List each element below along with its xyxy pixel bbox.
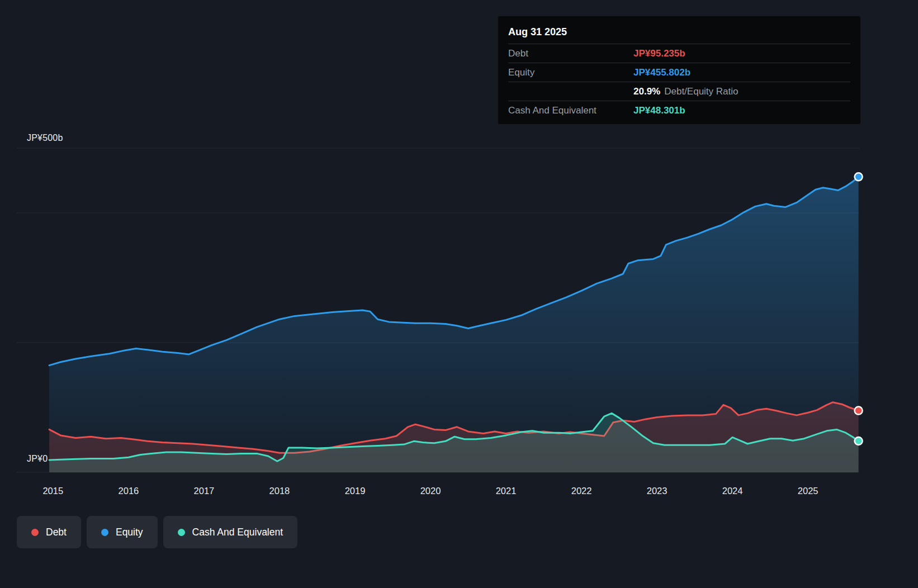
legend-equity-label: Equity [116,527,143,538]
legend-item-cash[interactable]: Cash And Equivalent [163,516,297,548]
tooltip-date: Aug 31 2025 [508,22,850,44]
equity-end-marker [855,173,863,181]
x-tick-2017: 2017 [194,486,215,496]
cash-end-marker [855,437,863,445]
tooltip-cash-label: Cash And Equivalent [508,105,633,116]
x-tick-2018: 2018 [269,486,290,496]
tooltip-ratio-value: 20.9% [633,86,660,97]
legend-item-equity[interactable]: Equity [87,516,158,548]
tooltip-row-cash: Cash And Equivalent JP¥48.301b [508,101,850,120]
x-tick-2025: 2025 [798,486,818,496]
x-tick-2016: 2016 [119,486,139,496]
x-tick-2023: 2023 [647,486,668,496]
tooltip-debt-label: Debt [508,48,633,59]
x-tick-2022: 2022 [571,486,592,496]
debt-equity-history-chart-panel: 2015201620172018201920202021202220232024… [0,0,918,588]
tooltip-cash-value: JP¥48.301b [633,105,685,116]
tooltip-equity-label: Equity [508,67,633,78]
legend-cash-label: Cash And Equivalent [192,527,283,538]
debt-legend-dot-icon [31,529,39,536]
chart-tooltip: Aug 31 2025 Debt JP¥95.235b Equity JP¥45… [498,16,861,125]
equity-legend-dot-icon [101,529,108,536]
x-tick-2019: 2019 [345,486,366,496]
legend-item-debt[interactable]: Debt [17,516,81,548]
tooltip-ratio-label: Debt/Equity Ratio [664,86,738,97]
tooltip-row-ratio: 20.9% Debt/Equity Ratio [508,82,850,101]
y-axis-zero-label: JP¥0 [27,454,48,464]
chart-legend: Debt Equity Cash And Equivalent [17,516,297,548]
x-tick-2020: 2020 [420,486,441,496]
tooltip-row-debt: Debt JP¥95.235b [508,44,850,63]
tooltip-row-equity: Equity JP¥455.802b [508,63,850,82]
x-tick-2021: 2021 [496,486,517,496]
y-axis-max-label: JP¥500b [27,133,63,143]
x-tick-2024: 2024 [722,486,743,496]
debt-end-marker [855,407,863,415]
legend-debt-label: Debt [46,527,67,538]
x-tick-2015: 2015 [42,486,63,496]
tooltip-debt-value: JP¥95.235b [633,48,685,59]
cash-legend-dot-icon [178,529,185,536]
tooltip-equity-value: JP¥455.802b [633,67,690,78]
